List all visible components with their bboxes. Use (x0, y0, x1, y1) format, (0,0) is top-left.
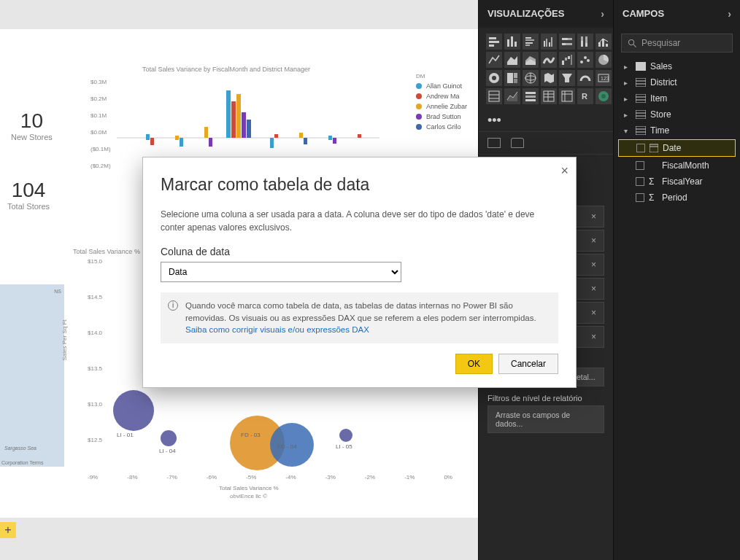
svg-rect-30 (546, 39, 547, 47)
column-label: Date (663, 143, 681, 153)
map-visual[interactable]: NS Sargasso Sea Corporation Terms (0, 284, 64, 467)
viz-100-stacked-bar-icon[interactable] (559, 34, 575, 50)
close-icon[interactable]: × (591, 284, 596, 294)
report-drop-zone[interactable]: Arraste os campos de dados... (487, 405, 604, 433)
cancel-button[interactable]: Cancelar (498, 354, 558, 374)
chevron-right-icon[interactable]: › (728, 0, 731, 28)
viz-filled-map-icon[interactable] (541, 70, 557, 86)
svg-rect-18 (358, 134, 361, 138)
viz-clustered-bar-icon[interactable] (523, 34, 539, 50)
table-icon (636, 62, 646, 71)
viz-clustered-column-icon[interactable] (541, 34, 557, 50)
svg-rect-5 (247, 120, 251, 138)
checkbox-icon[interactable] (636, 177, 644, 186)
checkbox-icon[interactable] (636, 193, 644, 202)
column-date[interactable]: Date (618, 139, 736, 157)
bubble[interactable] (339, 429, 352, 442)
viz-funnel-icon[interactable] (559, 70, 575, 86)
svg-rect-6 (146, 134, 150, 140)
bubble[interactable] (161, 430, 177, 446)
ytick: $0.3M (90, 79, 111, 85)
column-period[interactable]: Σ Period (614, 190, 740, 206)
table-sales[interactable]: ▸ Sales (614, 58, 740, 74)
table-label: District (650, 77, 677, 88)
close-icon[interactable]: × (591, 260, 596, 270)
viz-area-icon[interactable] (504, 52, 520, 68)
map-label-sargasso: Sargasso Sea (4, 446, 36, 451)
viz-matrix-icon[interactable] (559, 88, 575, 104)
close-icon[interactable]: × (591, 332, 596, 342)
svg-rect-27 (525, 42, 533, 44)
checkbox-icon[interactable] (636, 144, 645, 152)
chevron-right-icon[interactable]: › (601, 0, 604, 28)
expand-icon: ▾ (624, 127, 631, 135)
viz-scatter-icon[interactable] (577, 52, 593, 68)
scatter-xlabel: Total Sales Variance % (219, 485, 279, 491)
viz-100-stacked-column-icon[interactable] (577, 34, 593, 50)
info-link[interactable]: Saiba como corrigir visuais e/ou express… (185, 325, 369, 334)
bubble[interactable] (113, 390, 154, 431)
xtick: -3% (325, 474, 336, 481)
format-brush-icon[interactable] (511, 138, 524, 148)
viz-kpi-icon[interactable] (504, 88, 520, 104)
calendar-icon (650, 144, 658, 152)
visualizations-header[interactable]: VISUALIZAÇÕES › (479, 0, 613, 28)
column-fiscalyear[interactable]: Σ FiscalYear (614, 174, 740, 190)
table-item[interactable]: ▸ Item (614, 90, 740, 106)
svg-rect-91 (636, 94, 646, 103)
viz-stacked-column-icon[interactable] (504, 34, 520, 50)
close-icon[interactable]: × (591, 236, 596, 246)
viz-waterfall-icon[interactable] (559, 52, 575, 68)
fields-header[interactable]: CAMPOS › (614, 0, 740, 28)
viz-arcgis-icon[interactable] (596, 88, 612, 104)
svg-rect-36 (562, 43, 566, 45)
checkbox-icon[interactable] (636, 161, 644, 170)
svg-rect-66 (489, 91, 499, 101)
close-icon[interactable]: × (591, 308, 596, 318)
svg-line-84 (633, 44, 636, 47)
viz-gauge-icon[interactable] (577, 70, 593, 86)
close-icon[interactable]: × (591, 211, 596, 222)
scatter-yaxis: $15.0 $14.5 $14.0 $13.5 $13.0 $12.5 (88, 258, 102, 443)
viz-r-icon[interactable]: R (577, 88, 593, 104)
svg-point-82 (601, 94, 606, 98)
viz-ribbon-icon[interactable] (541, 52, 557, 68)
viz-map-icon[interactable] (523, 70, 539, 86)
viz-donut-icon[interactable] (486, 70, 502, 86)
svg-text:123: 123 (601, 76, 609, 81)
viz-treemap-icon[interactable] (504, 70, 520, 86)
svg-rect-70 (525, 92, 536, 94)
xtick: -2% (365, 474, 375, 481)
viz-stacked-area-icon[interactable] (523, 52, 539, 68)
svg-rect-26 (525, 39, 534, 41)
viz-pie-icon[interactable] (596, 52, 612, 68)
svg-rect-73 (544, 91, 554, 101)
add-page-button[interactable]: + (0, 522, 16, 538)
viz-more-icon[interactable]: ••• (479, 110, 613, 131)
svg-rect-40 (585, 43, 587, 47)
date-column-select[interactable]: Data (161, 262, 401, 282)
svg-rect-14 (299, 133, 303, 138)
table-district[interactable]: ▸ District (614, 74, 740, 90)
svg-rect-9 (180, 138, 183, 147)
viz-card-icon[interactable]: 123 (596, 70, 612, 86)
viz-table-icon[interactable] (541, 88, 557, 104)
svg-rect-23 (511, 36, 513, 47)
ok-button[interactable]: OK (455, 354, 493, 374)
viz-stacked-bar-icon[interactable] (486, 34, 502, 50)
viz-multirow-card-icon[interactable] (486, 88, 502, 104)
table-store[interactable]: ▸ Store (614, 106, 740, 122)
search-input[interactable]: Pesquisar (621, 34, 733, 52)
svg-rect-34 (562, 38, 568, 40)
report-filters-label: Filtros de nível de relatório (479, 388, 613, 404)
visualizations-title: VISUALIZAÇÕES (487, 0, 564, 28)
viz-line-icon[interactable] (486, 52, 502, 68)
fields-well-icon[interactable] (487, 138, 501, 148)
viz-combo-icon[interactable] (596, 34, 612, 50)
svg-rect-8 (175, 136, 179, 140)
column-fiscalmonth[interactable]: FiscalMonth (614, 158, 740, 174)
bubble-label: LI - 01 (117, 432, 134, 438)
close-icon[interactable]: × (560, 163, 569, 179)
table-time[interactable]: ▾ Time (614, 122, 740, 139)
viz-slicer-icon[interactable] (523, 88, 539, 104)
